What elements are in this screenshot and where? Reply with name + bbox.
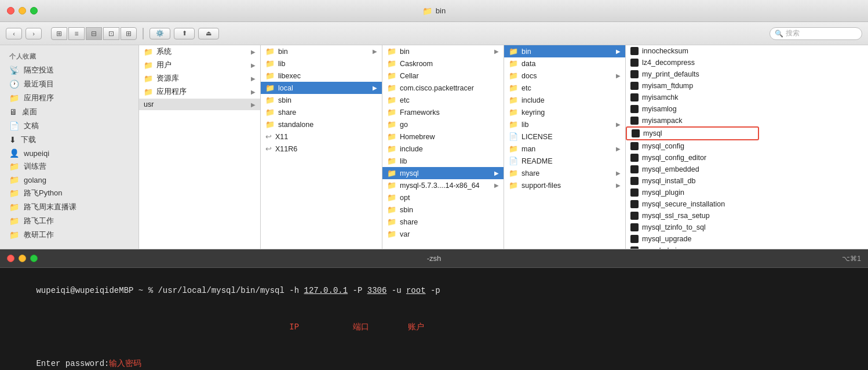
view-icon-button[interactable]: ⊞ xyxy=(51,27,67,40)
file-icon: 📄 xyxy=(509,157,518,165)
list-item[interactable]: ↩ X11 xyxy=(261,130,382,143)
list-item[interactable]: 📁 man ▶ xyxy=(504,143,625,155)
sidebar-item-label: 路飞工作 xyxy=(24,216,54,226)
share-button[interactable]: ⬆ xyxy=(174,28,195,39)
folder-icon: 📁 xyxy=(422,6,432,16)
list-item[interactable]: mysql_config_editor xyxy=(626,152,759,164)
sidebar-item-research[interactable]: 📁 教研工作 xyxy=(0,228,138,242)
airdrop-icon: 📡 xyxy=(9,66,19,75)
list-item[interactable]: ↩ X11R6 xyxy=(261,143,382,155)
list-item[interactable]: 📁 data xyxy=(504,57,625,70)
list-item[interactable]: 📁 include xyxy=(504,94,625,106)
list-item[interactable]: 📁 bin ▶ xyxy=(261,45,382,57)
list-item[interactable]: 📁 libexec xyxy=(261,70,382,82)
list-item[interactable]: mysqladmin xyxy=(626,245,759,249)
sidebar-item-recent[interactable]: 🕐 最近项目 xyxy=(0,77,138,91)
list-item[interactable]: 📄 README xyxy=(504,155,625,167)
list-item[interactable]: myisamlog xyxy=(626,103,759,115)
list-item[interactable]: myisam_ftdump xyxy=(626,80,759,92)
list-item[interactable]: 📁 standalone xyxy=(261,118,382,130)
list-item[interactable]: 📁 lib xyxy=(261,57,382,70)
list-item[interactable]: 📁 sbin xyxy=(261,94,382,106)
terminal-shortcut: ⌥⌘1 xyxy=(842,255,861,263)
terminal-body[interactable]: wupeiqi@wupeiqideMBP ~ % /usr/local/mysq… xyxy=(0,268,868,370)
list-item[interactable]: mysql_ssl_rsa_setup xyxy=(626,210,759,222)
sidebar-item-downloads[interactable]: ⬇ 下载 xyxy=(0,133,138,147)
list-item[interactable]: my_print_defaults xyxy=(626,68,759,80)
list-item[interactable]: 📁 bin ▶ xyxy=(382,45,504,57)
list-item[interactable]: 📁 share xyxy=(382,216,504,228)
close-button[interactable] xyxy=(7,7,14,14)
list-item[interactable]: 📁 sbin xyxy=(382,204,504,216)
list-item[interactable]: 📁 share ▶ xyxy=(504,167,625,179)
list-item[interactable]: 📁 go xyxy=(382,118,504,130)
sidebar-item-wupeiqi[interactable]: 👤 wupeiqi xyxy=(0,147,138,159)
terminal-close-button[interactable] xyxy=(7,255,14,262)
terminal-maximize-button[interactable] xyxy=(30,255,38,262)
minimize-button[interactable] xyxy=(19,7,26,14)
view-column-button[interactable]: ⊟ xyxy=(86,27,102,40)
list-item[interactable]: 📁 mysql ▶ xyxy=(382,167,504,179)
sidebar-item-training[interactable]: 📁 训练营 xyxy=(0,159,138,173)
view-cover-button[interactable]: ⊡ xyxy=(103,27,119,40)
folder-icon: 📁 xyxy=(387,193,396,202)
list-item[interactable]: 📁 com.cisco.packettracer xyxy=(382,82,504,94)
sidebar-item-documents[interactable]: 📄 文稿 xyxy=(0,119,138,133)
back-button[interactable]: ‹ xyxy=(6,28,22,39)
view-gallery-button[interactable]: ⊞ xyxy=(121,27,137,40)
list-item[interactable]: innochecksum xyxy=(626,45,759,57)
action-button[interactable]: ⚙️ xyxy=(149,28,170,39)
list-item[interactable]: mysql_plugin xyxy=(626,187,759,198)
list-item[interactable]: 📁 var xyxy=(382,228,504,240)
list-item[interactable]: 📁 Caskroom xyxy=(382,57,504,70)
list-item[interactable]: 📁 etc xyxy=(504,82,625,94)
list-item[interactable]: 📁 docs ▶ xyxy=(504,70,625,82)
sidebar-item-weekend[interactable]: 📁 路飞周末直播课 xyxy=(0,200,138,214)
list-item[interactable]: 📁 系统 ▶ xyxy=(139,45,260,59)
sidebar-item-python[interactable]: 📁 路飞Python xyxy=(0,186,138,200)
executable-icon xyxy=(630,235,639,243)
list-item[interactable]: mysql_config xyxy=(626,140,759,152)
list-item[interactable]: mysql_embedded xyxy=(626,164,759,175)
sidebar-item-applications[interactable]: 📁 应用程序 xyxy=(0,91,138,105)
eject-button[interactable]: ⏏ xyxy=(198,28,219,39)
list-item[interactable]: mysql_upgrade xyxy=(626,233,759,245)
sidebar-item-airdrop[interactable]: 📡 隔空投送 xyxy=(0,63,138,77)
list-item[interactable]: 📁 share xyxy=(261,106,382,118)
list-item[interactable]: myisampack xyxy=(626,115,759,126)
maximize-button[interactable] xyxy=(30,7,38,14)
sidebar-item-desktop[interactable]: 🖥 桌面 xyxy=(0,105,138,119)
forward-button[interactable]: › xyxy=(25,28,42,39)
list-item[interactable]: mysql_tzinfo_to_sql xyxy=(626,222,759,233)
terminal-minimize-button[interactable] xyxy=(19,255,26,262)
list-item[interactable]: 📁 资源库 ▶ xyxy=(139,72,260,85)
list-item[interactable]: 📄 LICENSE xyxy=(504,130,625,143)
sidebar-item-work[interactable]: 📁 路飞工作 xyxy=(0,214,138,228)
list-item[interactable]: 📁 bin ▶ xyxy=(504,45,625,57)
list-item[interactable]: 📁 local ▶ xyxy=(261,82,382,94)
view-list-button[interactable]: ≡ xyxy=(68,27,85,40)
list-item[interactable]: 📁 用户 ▶ xyxy=(139,59,260,72)
list-item[interactable]: 📁 support-files ▶ xyxy=(504,179,625,191)
list-item[interactable]: mysql_secure_installation xyxy=(626,198,759,210)
list-item[interactable]: 📁 lib xyxy=(382,155,504,167)
terminal-line-command: wupeiqi@wupeiqideMBP ~ % /usr/local/mysq… xyxy=(7,273,861,309)
list-item[interactable]: 📁 mysql-5.7.3....14-x86_64 ▶ xyxy=(382,179,504,191)
list-item[interactable]: 📁 keyring xyxy=(504,106,625,118)
sidebar-item-golang[interactable]: 📁 golang xyxy=(0,173,138,186)
list-item[interactable]: 📁 etc xyxy=(382,94,504,106)
folder-icon: 📁 xyxy=(9,188,19,198)
list-item[interactable]: 📁 lib ▶ xyxy=(504,118,625,130)
list-item[interactable]: mysql_install_db xyxy=(626,175,759,187)
list-item[interactable]: 📁 Cellar xyxy=(382,70,504,82)
list-item[interactable]: myisamchk xyxy=(626,92,759,103)
list-item[interactable]: 📁 Homebrew xyxy=(382,130,504,143)
list-item[interactable]: 📁 Frameworks xyxy=(382,106,504,118)
list-item[interactable]: 📁 opt xyxy=(382,191,504,204)
list-item[interactable]: lz4_decompress xyxy=(626,57,759,68)
list-item[interactable]: 📁 include xyxy=(382,143,504,155)
list-item[interactable]: 📁 应用程序 ▶ xyxy=(139,85,260,99)
list-item-mysql[interactable]: mysql xyxy=(626,126,759,140)
search-bar[interactable]: 🔍 搜索 xyxy=(769,27,862,40)
list-item[interactable]: usr ▶ xyxy=(139,99,260,110)
